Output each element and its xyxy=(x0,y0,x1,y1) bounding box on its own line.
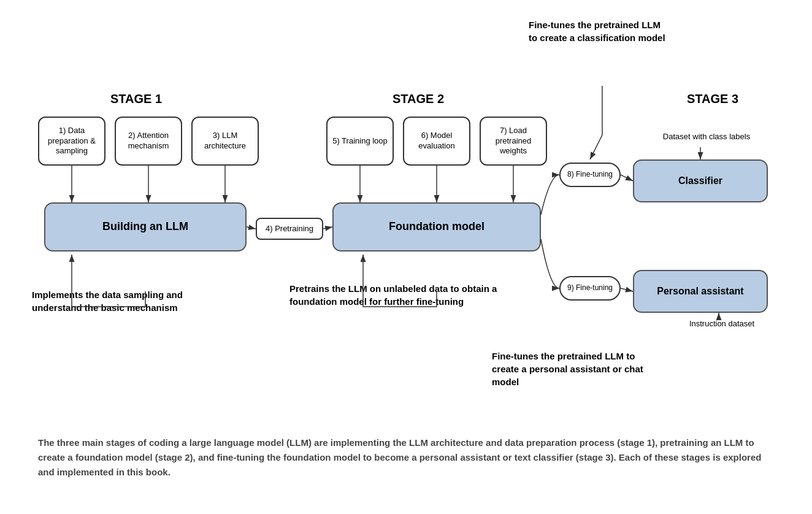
box-llm-arch: 3) LLM architecture xyxy=(191,117,259,166)
stage1-label: STAGE 1 xyxy=(75,92,197,106)
stage3-label: STAGE 3 xyxy=(651,92,774,106)
svg-line-9 xyxy=(621,175,633,181)
bottom-caption: The three main stages of coding a large … xyxy=(38,435,774,480)
box-pretraining: 4) Pretraining xyxy=(256,218,323,240)
svg-line-5 xyxy=(323,227,332,229)
box-load-weights: 7) Load pretrained weights xyxy=(480,117,547,166)
box-fine-tuning8: 8) Fine-tuning xyxy=(559,163,621,187)
annotation-stage2: Pretrains the LLM on unlabeled data to o… xyxy=(289,282,510,308)
stage2-label: STAGE 2 xyxy=(357,92,480,106)
label-instruction: Instruction dataset xyxy=(676,319,768,329)
box-personal-assistant: Personal assistant xyxy=(633,270,768,313)
svg-line-10 xyxy=(621,288,633,291)
box-foundation: Foundation model xyxy=(332,202,541,251)
box-data-prep: 1) Data preparation & sampling xyxy=(38,117,105,166)
annotation-stage1: Implements the data sampling and underst… xyxy=(32,288,228,314)
box-attention: 2) Attention mechanism xyxy=(115,117,182,166)
box-classifier: Classifier xyxy=(633,159,768,202)
box-model-eval: 6) Model evaluation xyxy=(403,117,470,166)
annotation-personal: Fine-tunes the pretrained LLM to create … xyxy=(492,350,664,388)
diagram-container: STAGE 1 STAGE 2 STAGE 3 1) Data preparat… xyxy=(26,12,786,429)
box-building-llm: Building an LLM xyxy=(44,202,247,251)
annotation-classification: Fine-tunes the pretrained LLM to create … xyxy=(529,18,670,44)
box-training-loop: 5) Training loop xyxy=(326,117,394,166)
svg-line-4 xyxy=(247,227,256,229)
label-dataset-class: Dataset with class labels xyxy=(651,132,762,142)
box-fine-tuning9: 9) Fine-tuning xyxy=(559,276,621,301)
